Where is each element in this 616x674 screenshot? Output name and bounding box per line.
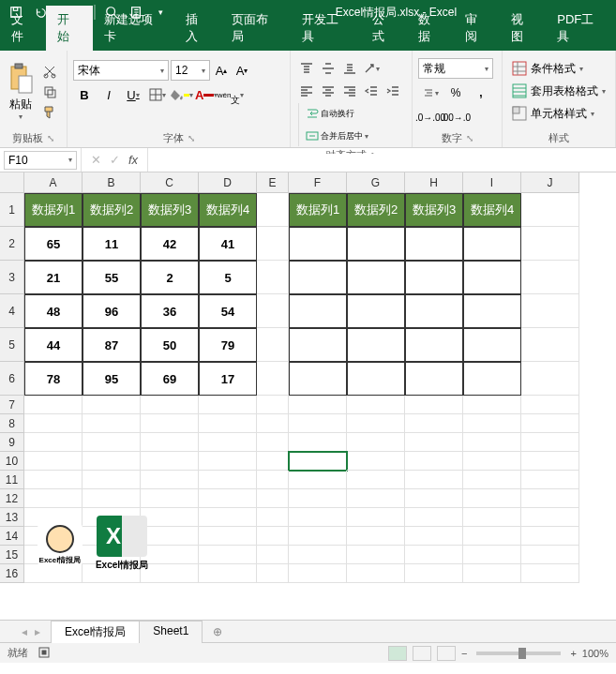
number-format-select[interactable]: 常规▾ [418,58,493,79]
cell-J11[interactable] [521,471,579,489]
cell-H5[interactable] [405,328,463,362]
cell-D13[interactable] [199,508,257,527]
decrease-font-icon[interactable]: A▾ [233,60,251,81]
cancel-formula-icon[interactable]: ✕ [87,153,104,167]
cell-I6[interactable] [463,362,521,396]
cell-G1[interactable]: 数据列2 [347,193,405,227]
copy-icon[interactable] [40,83,59,100]
cell-J1[interactable] [521,193,579,227]
cell-D1[interactable]: 数据列4 [199,193,257,227]
row-header-12[interactable]: 12 [0,489,24,508]
ribbon-tab-4[interactable]: 页面布局 [220,6,291,51]
cell-A5[interactable]: 44 [24,328,83,362]
orientation-icon[interactable]: ▾ [361,58,382,79]
align-right-icon[interactable] [339,81,360,101]
cell-B4[interactable]: 96 [83,294,141,328]
ribbon-tab-2[interactable]: 新建选项卡 [93,6,174,51]
cell-B11[interactable] [83,471,141,489]
cell-E12[interactable] [257,489,289,508]
cell-I8[interactable] [463,414,521,433]
cell-G8[interactable] [347,414,405,433]
cell-H8[interactable] [405,414,463,433]
cell-G15[interactable] [347,546,405,564]
cell-J9[interactable] [521,433,579,452]
merge-center-button[interactable]: 合并后居中▾ [303,126,406,146]
font-name-select[interactable]: 宋体▾ [73,60,169,81]
zoom-in-button[interactable]: + [570,648,576,659]
format-painter-icon[interactable] [40,104,59,121]
accept-formula-icon[interactable]: ✓ [106,153,123,167]
sheet-tab-1[interactable]: Sheet1 [139,621,203,643]
cell-G4[interactable] [347,294,405,328]
cell-C9[interactable] [141,433,199,452]
cell-F3[interactable] [289,261,347,294]
ribbon-tab-6[interactable]: 公式 [361,6,407,51]
row-headers[interactable]: 12345678910111213141516 [0,193,24,583]
cell-H1[interactable]: 数据列3 [405,193,463,227]
cell-D12[interactable] [199,489,257,508]
row-header-2[interactable]: 2 [0,227,24,261]
cell-B5[interactable]: 87 [83,328,141,362]
column-headers[interactable]: ABCDEFGHIJ [24,172,579,193]
col-header-E[interactable]: E [257,172,289,193]
row-header-13[interactable]: 13 [0,508,24,527]
sheet-nav-prev-icon[interactable]: ◂ [19,625,30,638]
add-sheet-button[interactable]: ⊕ [207,622,228,642]
cell-G7[interactable] [347,396,405,414]
cell-B8[interactable] [83,414,141,433]
page-layout-view-button[interactable] [413,646,431,661]
cell-H6[interactable] [405,362,463,396]
cell-A9[interactable] [24,433,83,452]
cell-styles-button[interactable]: 单元格样式▾ [508,103,609,124]
cell-D6[interactable]: 17 [199,362,257,396]
spreadsheet-grid[interactable]: ABCDEFGHIJ 12345678910111213141516 数据列1数… [0,172,616,620]
cell-H12[interactable] [405,489,463,508]
cell-D5[interactable]: 79 [199,328,257,362]
cell-J4[interactable] [521,294,579,328]
cell-C6[interactable]: 69 [141,362,199,396]
page-break-view-button[interactable] [437,646,456,661]
col-header-C[interactable]: C [141,172,199,193]
cell-E11[interactable] [257,471,289,489]
cell-F7[interactable] [289,396,347,414]
cell-C5[interactable]: 50 [141,328,199,362]
cell-C3[interactable]: 2 [141,261,199,294]
align-middle-icon[interactable] [318,58,338,79]
cell-H11[interactable] [405,471,463,489]
cell-H7[interactable] [405,396,463,414]
row-header-10[interactable]: 10 [0,452,24,471]
ribbon-tab-3[interactable]: 插入 [174,6,220,51]
decrease-decimal-button[interactable]: .00→.0 [443,107,468,127]
bold-button[interactable]: B [73,84,96,105]
cell-E2[interactable] [257,227,289,261]
format-as-table-button[interactable]: 套用表格格式▾ [508,81,609,101]
cell-E13[interactable] [257,508,289,527]
cell-B6[interactable]: 95 [83,362,141,396]
cell-G3[interactable] [347,261,405,294]
cell-D9[interactable] [199,433,257,452]
insert-function-icon[interactable]: fx [125,153,142,167]
cell-J12[interactable] [521,489,579,508]
cell-H16[interactable] [405,564,463,583]
cell-B12[interactable] [83,489,141,508]
cell-F15[interactable] [289,546,347,564]
cell-J2[interactable] [521,227,579,261]
col-header-H[interactable]: H [405,172,463,193]
cell-A3[interactable]: 21 [24,261,83,294]
cell-C12[interactable] [141,489,199,508]
cell-I14[interactable] [463,527,521,546]
cell-A10[interactable] [24,452,83,471]
cell-J3[interactable] [521,261,579,294]
row-header-14[interactable]: 14 [0,527,24,546]
fill-color-button[interactable]: ▾ [171,84,193,105]
cell-G16[interactable] [347,564,405,583]
normal-view-button[interactable] [388,646,407,661]
align-left-icon[interactable] [296,81,317,101]
increase-indent-icon[interactable] [383,81,403,101]
cell-J15[interactable] [521,546,579,564]
cell-A12[interactable] [24,489,83,508]
cell-F8[interactable] [289,414,347,433]
col-header-D[interactable]: D [199,172,257,193]
cell-D4[interactable]: 54 [199,294,257,328]
cell-J5[interactable] [521,328,579,362]
